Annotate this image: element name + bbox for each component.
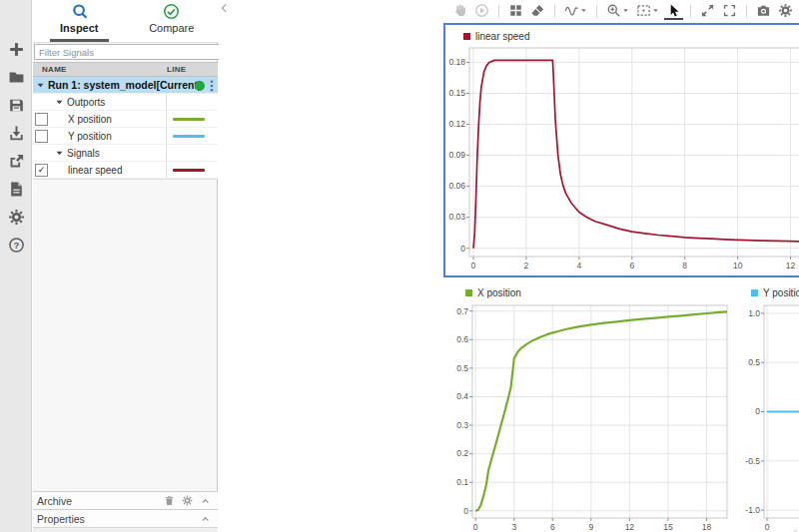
help-button[interactable]: ? bbox=[0, 236, 32, 254]
search-icon bbox=[71, 3, 88, 20]
svg-text:0: 0 bbox=[460, 244, 465, 254]
signal-options-button[interactable] bbox=[562, 2, 589, 20]
caret-down-icon bbox=[55, 98, 64, 107]
signal-checkbox[interactable] bbox=[35, 113, 48, 126]
import-button[interactable] bbox=[0, 124, 32, 142]
run-status-dot bbox=[195, 81, 205, 91]
run-row[interactable]: Run 1: system_model[Current] bbox=[33, 77, 218, 94]
x-position-plot[interactable]: X position 036912151800.10.20.30.40.50.6… bbox=[456, 282, 734, 532]
new-button[interactable] bbox=[0, 40, 32, 58]
svg-text:1.0: 1.0 bbox=[748, 308, 760, 318]
report-icon bbox=[8, 181, 25, 198]
y-position-plot[interactable]: Y position 0369121518-1.0-0.500.51.0 bbox=[742, 282, 799, 532]
plot-legend: linear speed bbox=[445, 25, 799, 44]
app-toolstrip: ? bbox=[0, 0, 32, 532]
check-circle-icon bbox=[163, 3, 180, 20]
caret-down-icon bbox=[36, 81, 45, 90]
report-button[interactable] bbox=[0, 180, 32, 198]
folder-icon bbox=[8, 69, 25, 86]
plot-settings-button[interactable] bbox=[776, 2, 795, 20]
signal-row[interactable]: ✓linear speed bbox=[33, 162, 218, 179]
subplot-layout-button[interactable] bbox=[506, 2, 525, 20]
sidebar: Inspect Compare NAME LINE Run 1: system_… bbox=[33, 0, 218, 532]
expand-button[interactable] bbox=[698, 2, 717, 20]
snapshot-button[interactable] bbox=[754, 2, 773, 20]
caret-down-icon bbox=[652, 7, 659, 14]
svg-text:0.18: 0.18 bbox=[448, 57, 465, 67]
svg-text:4: 4 bbox=[576, 261, 581, 270]
svg-text:3: 3 bbox=[511, 522, 516, 532]
eraser-icon bbox=[530, 3, 545, 18]
plot-legend: X position bbox=[456, 282, 734, 300]
fit-to-view-button[interactable] bbox=[634, 2, 661, 20]
svg-text:8: 8 bbox=[682, 261, 687, 270]
column-name: NAME bbox=[42, 65, 67, 74]
svg-text:-1.0: -1.0 bbox=[745, 505, 760, 515]
zoom-button[interactable] bbox=[604, 2, 631, 20]
svg-text:-0.5: -0.5 bbox=[745, 456, 760, 466]
chevron-up-icon[interactable] bbox=[200, 513, 211, 524]
signal-checkbox[interactable] bbox=[35, 130, 48, 143]
linear-speed-plot[interactable]: linear speed 0246810121416182000.030.060… bbox=[443, 23, 799, 277]
legend-swatch bbox=[463, 33, 470, 40]
clear-plots-button[interactable] bbox=[528, 2, 547, 20]
fullscreen-button[interactable] bbox=[720, 2, 739, 20]
toolbar-separator bbox=[746, 5, 747, 18]
help-icon: ? bbox=[8, 237, 25, 254]
kebab-icon[interactable] bbox=[205, 79, 219, 93]
svg-text:?: ? bbox=[13, 239, 19, 250]
legend-label: X position bbox=[477, 287, 521, 298]
trash-icon[interactable] bbox=[164, 495, 175, 506]
caret-down-icon bbox=[55, 149, 64, 158]
signal-row[interactable]: Y position bbox=[33, 128, 218, 145]
svg-text:2: 2 bbox=[524, 261, 529, 270]
camera-icon bbox=[756, 3, 771, 18]
tab-compare[interactable]: Compare bbox=[126, 0, 219, 42]
svg-text:0.06: 0.06 bbox=[448, 181, 465, 191]
open-button[interactable] bbox=[0, 68, 32, 86]
group-row[interactable]: Outports bbox=[33, 94, 218, 111]
hand-icon bbox=[452, 3, 467, 18]
expand-arrows-icon bbox=[700, 3, 715, 18]
archive-panel-header[interactable]: Archive bbox=[33, 491, 218, 509]
svg-text:0.5: 0.5 bbox=[456, 363, 468, 373]
pointer-button[interactable] bbox=[664, 2, 683, 20]
signal-checkbox[interactable]: ✓ bbox=[35, 164, 48, 177]
properties-label: Properties bbox=[37, 513, 200, 525]
toolbar-separator bbox=[690, 5, 691, 18]
signal-row[interactable]: X position bbox=[33, 111, 218, 128]
replay-button[interactable] bbox=[472, 2, 491, 20]
signal-table-header: NAME LINE bbox=[33, 62, 218, 77]
tab-inspect[interactable]: Inspect bbox=[33, 0, 126, 42]
save-icon bbox=[8, 97, 25, 114]
settings-gear-icon bbox=[778, 3, 793, 18]
chart-canvas: 0246810121416182000.030.060.090.120.150.… bbox=[445, 44, 799, 274]
plot-toolbar bbox=[219, 0, 799, 22]
signal-label: Y position bbox=[68, 131, 112, 142]
plot-legend: Y position bbox=[742, 282, 799, 300]
export-button[interactable] bbox=[0, 152, 32, 170]
properties-panel-header[interactable]: Properties bbox=[33, 509, 218, 527]
line-swatch bbox=[173, 135, 205, 138]
save-button[interactable] bbox=[0, 96, 32, 114]
layout-grid-icon bbox=[508, 3, 523, 18]
svg-text:0.2: 0.2 bbox=[456, 448, 468, 458]
pan-hand-button[interactable] bbox=[450, 2, 469, 20]
svg-text:0.12: 0.12 bbox=[448, 119, 465, 129]
archive-settings-gear-icon[interactable] bbox=[182, 495, 193, 506]
svg-text:0.1: 0.1 bbox=[456, 477, 468, 487]
svg-text:0.4: 0.4 bbox=[456, 391, 468, 401]
group-row[interactable]: Signals bbox=[33, 145, 218, 162]
svg-text:12: 12 bbox=[786, 261, 796, 270]
filter-signals-input[interactable] bbox=[34, 44, 221, 60]
signal-wave-icon bbox=[564, 3, 579, 18]
toolbar-separator bbox=[596, 5, 597, 18]
preferences-button[interactable] bbox=[0, 208, 32, 226]
chevron-up-icon[interactable] bbox=[200, 495, 211, 506]
line-swatch bbox=[173, 169, 205, 172]
run-label: Run 1: system_model[Current] bbox=[48, 79, 201, 91]
gear-icon bbox=[8, 209, 25, 226]
toolbar-separator bbox=[554, 5, 555, 18]
chart-canvas: 0369121518-1.0-0.500.51.0 bbox=[742, 300, 799, 532]
resize-grip-icon[interactable] bbox=[789, 522, 797, 530]
